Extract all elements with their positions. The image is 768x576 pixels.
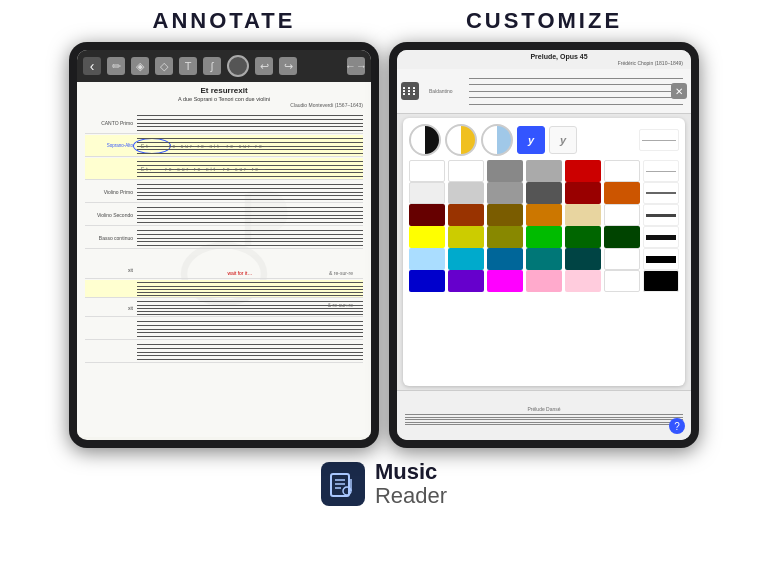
color-brown[interactable]: [448, 204, 484, 226]
color-dgreen[interactable]: [565, 226, 601, 248]
staff-lines-basso: [137, 227, 363, 248]
redo-icon[interactable]: ↪: [279, 57, 297, 75]
line-size-4[interactable]: [643, 226, 679, 248]
color-cyan[interactable]: [448, 248, 484, 270]
color-sky[interactable]: [409, 248, 445, 270]
svg-rect-2: [331, 474, 349, 496]
line-size-1[interactable]: [643, 160, 679, 182]
color-gold[interactable]: [526, 204, 562, 226]
score-title: Et resurrexit: [85, 86, 363, 96]
staff-label-canto: CANTO Primo: [85, 120, 137, 126]
staff-notes-soprano: Et— re-sur-re-xit re-sur-re—: [137, 135, 363, 156]
color-row-1: [409, 160, 679, 182]
right-score-composer: Frédéric Chopin (1810–1849): [435, 60, 683, 66]
color-row-6: [409, 270, 679, 292]
color-row-5: [409, 248, 679, 270]
color-olive[interactable]: [487, 226, 523, 248]
color-dred[interactable]: [565, 182, 601, 204]
color-gray2[interactable]: [526, 160, 562, 182]
line-size-6[interactable]: [643, 270, 679, 292]
color-white5[interactable]: [604, 204, 640, 226]
right-inner: Prelude, Opus 45 Frédéric Chopin (1810–1…: [397, 50, 691, 440]
staff-lines-v2: [137, 204, 363, 225]
preview-staff-label: Baldantino: [429, 88, 469, 94]
color-vdteal[interactable]: [565, 248, 601, 270]
color-magenta[interactable]: [487, 270, 523, 292]
palette-top-row: y y: [409, 124, 679, 156]
color-vdgreen[interactable]: [604, 226, 640, 248]
color-dteal[interactable]: [526, 248, 562, 270]
color-teal[interactable]: [487, 248, 523, 270]
color-pink[interactable]: [526, 270, 562, 292]
text-icon[interactable]: T: [179, 57, 197, 75]
annotate-title: ANNOTATE: [153, 8, 296, 34]
color-yellow[interactable]: [409, 226, 445, 248]
color-dbrown[interactable]: [487, 204, 523, 226]
staff-row-violin2: Violino Secondo: [85, 204, 363, 226]
staff-lines: [137, 112, 363, 133]
color-blue[interactable]: [409, 270, 445, 292]
color-green[interactable]: [526, 226, 562, 248]
pencil-icon[interactable]: ✏: [107, 57, 125, 75]
annotate-section: ANNOTATE ‹ ✏ ◈ ◇ T ∫ ↩ ↪ ←→: [69, 8, 379, 448]
color-gray1[interactable]: [487, 160, 523, 182]
annotation-toolbar: ‹ ✏ ◈ ◇ T ∫ ↩ ↪ ←→: [77, 50, 371, 82]
main-container: ANNOTATE ‹ ✏ ◈ ◇ T ∫ ↩ ↪ ←→: [0, 0, 768, 448]
line-size-5[interactable]: [643, 248, 679, 270]
staff-row-canto: CANTO Primo: [85, 112, 363, 134]
customize-title: CUSTOMIZE: [466, 8, 622, 34]
staff-row-b3: xit & re-sur+re: [85, 299, 363, 317]
color-lgray[interactable]: [448, 182, 484, 204]
grid-button[interactable]: [401, 82, 419, 100]
pen-y-active[interactable]: y: [517, 126, 545, 154]
color-dyellow[interactable]: [448, 226, 484, 248]
line-size-3[interactable]: [643, 204, 679, 226]
staff-label-b3: xit: [85, 305, 137, 311]
highlighter-icon[interactable]: ◈: [131, 57, 149, 75]
undo-icon[interactable]: ↩: [255, 57, 273, 75]
color-white7[interactable]: [604, 270, 640, 292]
pen-swatch-yellow[interactable]: [445, 124, 477, 156]
pen-swatch-blue[interactable]: [481, 124, 513, 156]
color-red1[interactable]: [565, 160, 601, 182]
color-picker[interactable]: [227, 55, 249, 77]
staff-label-violin2: Violino Secondo: [85, 212, 137, 218]
shape-icon[interactable]: ◇: [155, 57, 173, 75]
close-button[interactable]: ✕: [671, 83, 687, 99]
color-orange[interactable]: [604, 182, 640, 204]
color-tan[interactable]: [565, 204, 601, 226]
right-score-info: Prelude, Opus 45 Frédéric Chopin (1810–1…: [435, 53, 683, 66]
bottom-preview-label: Prélude Dansé: [405, 406, 683, 412]
notes-s2: Et. re-sur-re-xit re-sur-re—: [137, 158, 363, 179]
color-mgray[interactable]: [487, 182, 523, 204]
staff-lines-b5: [137, 341, 363, 362]
bottom-note3: & re-sur+re: [328, 302, 353, 308]
color-dgray[interactable]: [526, 182, 562, 204]
color-white6[interactable]: [604, 248, 640, 270]
nav-arrows[interactable]: ←→: [347, 57, 365, 75]
app-name: Music Reader: [375, 460, 447, 508]
color-white1[interactable]: [409, 160, 445, 182]
left-tablet: ‹ ✏ ◈ ◇ T ∫ ↩ ↪ ←→: [69, 42, 379, 448]
eraser-icon[interactable]: ∫: [203, 57, 221, 75]
staff-label-violin1: Violino Primo: [85, 189, 137, 195]
line-size-2[interactable]: [643, 182, 679, 204]
help-button[interactable]: ?: [669, 418, 685, 434]
line-thin-btn[interactable]: [639, 129, 679, 151]
back-icon[interactable]: ‹: [83, 57, 101, 75]
color-purple[interactable]: [448, 270, 484, 292]
left-screen: ‹ ✏ ◈ ◇ T ∫ ↩ ↪ ←→: [77, 50, 371, 440]
red-annotation: wait for it…: [227, 270, 252, 276]
music-reader-icon: [328, 469, 358, 499]
color-white4[interactable]: [409, 182, 445, 204]
staff-label-soprano: Soprano-Alto: [85, 143, 137, 148]
right-tablet: Prelude, Opus 45 Frédéric Chopin (1810–1…: [389, 42, 699, 448]
pen-swatch-bw[interactable]: [409, 124, 441, 156]
color-row-4: [409, 226, 679, 248]
color-white3[interactable]: [604, 160, 640, 182]
pen-y-inactive[interactable]: y: [549, 126, 577, 154]
color-maroon[interactable]: [409, 204, 445, 226]
staff-label-basso: Basso continuo: [85, 235, 137, 241]
color-lpink[interactable]: [565, 270, 601, 292]
color-white2[interactable]: [448, 160, 484, 182]
